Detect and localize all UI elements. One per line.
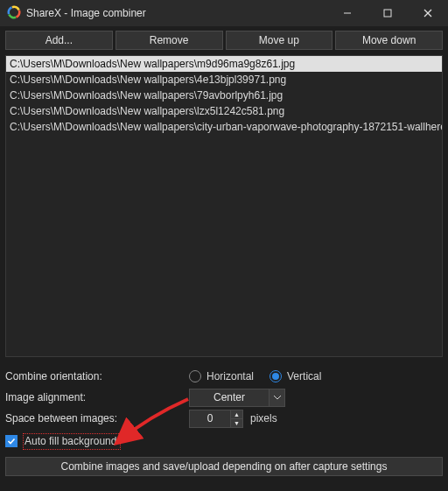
radio-icon [189,370,201,382]
space-spinner[interactable]: 0 ▲ ▼ [189,410,243,428]
moveup-button[interactable]: Move up [226,31,333,50]
alignment-select[interactable]: Center [189,389,285,407]
list-item[interactable]: C:\Users\M\Downloads\New wallpapers\m9d9… [6,56,442,72]
window-title: ShareX - Image combiner [26,7,146,19]
list-item[interactable]: C:\Users\M\Downloads\New wallpapers\79av… [6,88,442,103]
titlebar: ShareX - Image combiner [0,0,448,26]
autofill-checkbox[interactable] [5,435,18,447]
svg-rect-5 [384,10,391,17]
list-item[interactable]: C:\Users\M\Downloads\New wallpapers\lzx5… [6,103,442,119]
list-item[interactable]: C:\Users\M\Downloads\New wallpapers\4e13… [6,72,442,88]
close-button[interactable] [408,0,448,26]
spinner-buttons[interactable]: ▲ ▼ [230,410,242,427]
radio-label: Vertical [287,370,321,382]
chevron-down-icon [269,389,284,406]
toolbar: Add... Remove Move up Move down [0,26,448,53]
spinner-up-icon[interactable]: ▲ [231,410,242,419]
space-label: Space between images: [5,412,189,424]
select-value: Center [190,391,269,403]
radio-vertical[interactable]: Vertical [270,370,321,382]
remove-button[interactable]: Remove [116,31,223,50]
radio-label: Horizontal [206,370,254,382]
file-list[interactable]: C:\Users\M\Downloads\New wallpapers\m9d9… [5,55,443,357]
autofill-highlight: Auto fill background [23,433,121,450]
spinner-down-icon[interactable]: ▼ [231,419,242,427]
add-button[interactable]: Add... [5,31,113,50]
alignment-label: Image alignment: [5,391,189,403]
spinner-value: 0 [190,412,230,424]
space-unit: pixels [250,412,277,424]
radio-icon [270,370,282,382]
maximize-button[interactable] [368,0,408,26]
radio-horizontal[interactable]: Horizontal [189,370,254,382]
app-icon [7,5,21,22]
minimize-button[interactable] [327,0,368,26]
list-item[interactable]: C:\Users\M\Downloads\New wallpapers\city… [6,119,442,135]
autofill-label[interactable]: Auto fill background [24,435,116,447]
orientation-label: Combine orientation: [5,370,189,382]
combine-button[interactable]: Combine images and save/upload depending… [5,457,443,476]
movedown-button[interactable]: Move down [335,31,443,50]
